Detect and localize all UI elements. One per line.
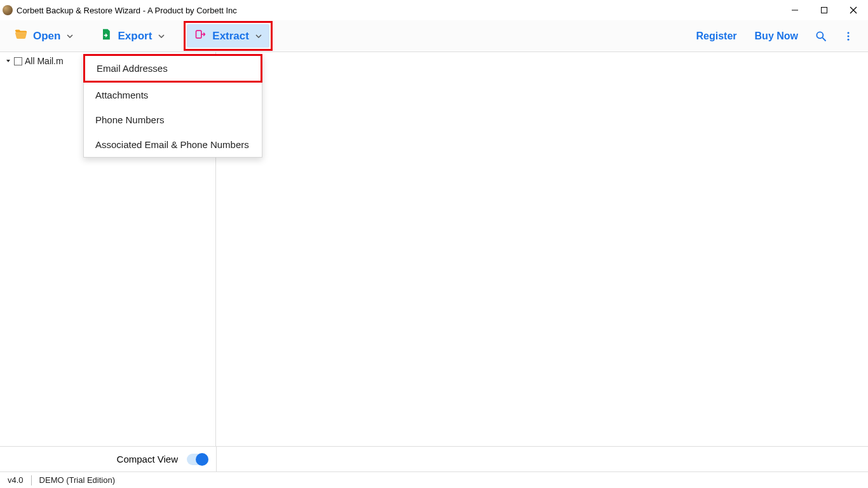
- window-title: Corbett Backup & Restore Wizard - A Prod…: [17, 6, 237, 15]
- toolbar: Open Export Extract Register Buy Now: [0, 20, 868, 52]
- maximize-button[interactable]: [810, 0, 839, 20]
- search-icon: [815, 30, 827, 43]
- window-controls: [780, 0, 868, 20]
- svg-point-7: [848, 32, 850, 34]
- svg-line-6: [823, 37, 826, 41]
- svg-point-8: [848, 35, 850, 37]
- chevron-down-icon: [67, 30, 73, 43]
- extract-menu-attachments[interactable]: Attachments: [84, 83, 262, 107]
- compact-view-toggle[interactable]: [187, 454, 208, 465]
- extract-label: Extract: [212, 30, 249, 43]
- chevron-down-icon: [255, 30, 262, 43]
- extract-menu-email-addresses[interactable]: Email Addresses: [83, 54, 262, 83]
- maximize-icon: [820, 6, 828, 14]
- svg-point-5: [817, 32, 823, 38]
- file-export-icon: [100, 27, 112, 44]
- tree-expand-icon[interactable]: [5, 58, 11, 64]
- folder-open-icon: [14, 27, 28, 44]
- compact-view-label: Compact View: [117, 454, 178, 464]
- extract-icon: [194, 28, 207, 44]
- export-label: Export: [118, 30, 152, 43]
- compact-view-bar: Compact View: [0, 446, 868, 471]
- open-label: Open: [33, 30, 60, 43]
- minimize-icon: [791, 6, 799, 14]
- content-area: [216, 52, 868, 446]
- svg-rect-4: [196, 30, 201, 38]
- minimize-button[interactable]: [780, 0, 810, 20]
- version-label: v4.0: [8, 475, 24, 485]
- more-menu-button[interactable]: [835, 26, 862, 46]
- extract-dropdown: Email Addresses Attachments Phone Number…: [83, 55, 262, 158]
- open-button[interactable]: Open: [6, 24, 81, 48]
- svg-rect-1: [822, 8, 827, 13]
- close-icon: [850, 6, 857, 14]
- close-button[interactable]: [839, 0, 868, 20]
- tree-checkbox[interactable]: [14, 57, 22, 65]
- tree-node-label: All Mail.m: [25, 56, 64, 66]
- titlebar: Corbett Backup & Restore Wizard - A Prod…: [0, 0, 868, 20]
- extract-highlight: Extract: [184, 21, 273, 51]
- export-button[interactable]: Export: [92, 24, 172, 48]
- buy-now-link[interactable]: Buy Now: [746, 27, 807, 46]
- extract-menu-associated[interactable]: Associated Email & Phone Numbers: [84, 132, 262, 157]
- app-icon: [3, 5, 13, 15]
- chevron-down-icon: [158, 30, 165, 43]
- extract-button[interactable]: Extract: [187, 24, 269, 48]
- extract-menu-phone-numbers[interactable]: Phone Numbers: [84, 107, 262, 132]
- register-link[interactable]: Register: [688, 27, 746, 46]
- svg-point-9: [848, 38, 850, 40]
- search-button[interactable]: [807, 26, 835, 46]
- kebab-icon: [843, 30, 854, 43]
- status-bar: v4.0 DEMO (Trial Edition): [0, 471, 868, 488]
- edition-label: DEMO (Trial Edition): [39, 475, 115, 485]
